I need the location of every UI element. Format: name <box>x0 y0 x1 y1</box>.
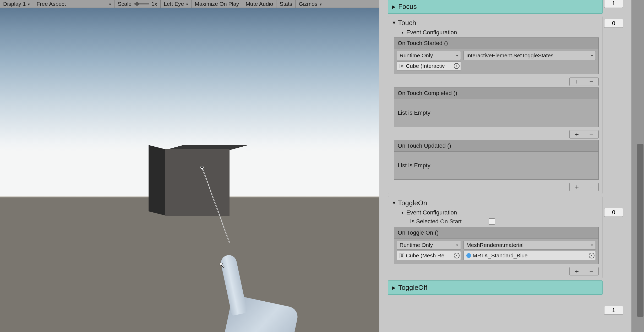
object-picker-icon[interactable] <box>589 253 594 258</box>
add-listener-button[interactable]: + <box>570 183 584 191</box>
section-toggle-off: ▶ ToggleOff <box>388 280 603 295</box>
toggle-on-event-config-label: Event Configuration <box>406 209 457 216</box>
function-label: MeshRenderer.material <box>466 242 523 248</box>
object-picker-icon[interactable] <box>454 253 460 258</box>
event-row: # Cube (Interactiv <box>397 62 596 70</box>
cursor-icon: ↖ <box>219 261 225 269</box>
foldout-touch-event-config[interactable]: ▼ Event Configuration <box>401 29 599 36</box>
add-remove-buttons: + − <box>569 183 599 191</box>
script-icon: # <box>400 64 404 68</box>
game-viewport[interactable]: ↖ <box>0 8 379 332</box>
touch-event-config-label: Event Configuration <box>406 29 457 36</box>
function-label: InteractiveElement.SetToggleStates <box>466 52 554 59</box>
runtime-mode-dropdown[interactable]: Runtime Only <box>397 241 461 250</box>
event-header: On Touch Updated () <box>394 140 598 152</box>
material-icon <box>466 253 471 258</box>
foldout-toggle-on-event-config[interactable]: ▼ Event Configuration <box>401 209 599 216</box>
add-listener-button[interactable]: + <box>570 267 584 275</box>
game-view-panel: Display 1 Free Aspect Scale 1x Left Eye … <box>0 0 379 332</box>
event-on-touch-completed: On Touch Completed () List is Empty <box>394 87 599 127</box>
material-ref-field[interactable]: MRTK_Standard_Blue <box>463 251 596 260</box>
event-footer: + − <box>394 265 599 275</box>
function-dropdown[interactable]: MeshRenderer.material <box>463 241 596 250</box>
object-ref-label: Cube (Mesh Re <box>406 252 444 259</box>
runtime-mode-label: Runtime Only <box>400 52 433 59</box>
expand-right-icon: ▶ <box>392 285 397 291</box>
runtime-mode-label: Runtime Only <box>400 242 433 248</box>
is-selected-label: Is Selected On Start <box>410 218 489 225</box>
add-remove-buttons: + − <box>569 78 599 86</box>
remove-listener-button: − <box>584 130 598 138</box>
function-dropdown[interactable]: InteractiveElement.SetToggleStates <box>463 51 596 60</box>
maximize-toggle[interactable]: Maximize On Play <box>192 0 242 8</box>
object-ref-field[interactable]: ⊞ Cube (Mesh Re <box>397 251 461 260</box>
add-remove-buttons: + − <box>569 267 599 275</box>
inspector-content: ▶ Focus 1 ▼ Touch ▼ Event Configuration … <box>379 0 631 332</box>
gizmos-label: Gizmos <box>299 1 317 7</box>
expand-down-icon: ▼ <box>392 200 396 206</box>
event-footer: + − <box>394 76 599 86</box>
expand-right-icon: ▶ <box>392 4 397 10</box>
cube-left-face <box>149 145 165 215</box>
section-focus: ▶ Focus <box>388 0 603 14</box>
scale-control[interactable]: Scale 1x <box>114 0 161 8</box>
foldout-focus[interactable]: ▶ Focus <box>392 3 598 11</box>
material-ref-label: MRTK_Standard_Blue <box>473 252 528 259</box>
mute-toggle[interactable]: Mute Audio <box>242 0 276 8</box>
inspector-scrollbar-track[interactable] <box>637 0 644 332</box>
display-dropdown[interactable]: Display 1 <box>0 0 33 8</box>
focus-count-field[interactable]: 1 <box>604 0 623 8</box>
remove-listener-button: − <box>584 183 598 191</box>
remove-listener-button[interactable]: − <box>584 78 598 86</box>
object-ref-label: Cube (Interactiv <box>406 63 445 69</box>
event-body: Runtime Only InteractiveElement.SetToggl… <box>394 49 598 74</box>
inspector-scrollbar-thumb[interactable] <box>637 144 643 317</box>
runtime-mode-dropdown[interactable]: Runtime Only <box>397 51 461 60</box>
event-body: Runtime Only MeshRenderer.material ⊞ Cub… <box>394 239 598 264</box>
scale-slider[interactable] <box>134 3 149 4</box>
expand-down-icon: ▼ <box>401 30 405 35</box>
focus-label: Focus <box>398 3 417 11</box>
chevron-down-icon <box>320 1 322 7</box>
event-row: Runtime Only InteractiveElement.SetToggl… <box>397 51 596 60</box>
toggle-on-count-field[interactable]: 0 <box>604 208 623 217</box>
add-remove-buttons: + − <box>569 130 599 139</box>
eye-label: Left Eye <box>164 1 184 7</box>
aspect-label: Free Aspect <box>36 1 66 7</box>
stats-toggle[interactable]: Stats <box>276 0 296 8</box>
foldout-toggle-on[interactable]: ▼ ToggleOn <box>392 199 599 207</box>
aspect-dropdown[interactable]: Free Aspect <box>33 0 114 8</box>
scale-label: Scale <box>118 1 132 7</box>
object-ref-field[interactable]: # Cube (Interactiv <box>397 62 461 70</box>
remove-listener-button[interactable]: − <box>584 267 598 275</box>
scale-value: 1x <box>151 1 157 7</box>
ray-reticle-icon <box>200 166 204 169</box>
event-on-touch-started: On Touch Started () Runtime Only Interac… <box>394 37 599 74</box>
event-on-touch-updated: On Touch Updated () List is Empty <box>394 140 599 180</box>
event-header: On Touch Started () <box>394 38 598 49</box>
expand-down-icon: ▼ <box>392 20 396 26</box>
toggle-off-label: ToggleOff <box>398 284 427 292</box>
eye-dropdown[interactable]: Left Eye <box>161 0 192 8</box>
toggle-off-count-field[interactable]: 1 <box>604 306 623 315</box>
foldout-toggle-off[interactable]: ▶ ToggleOff <box>392 284 598 292</box>
add-listener-button[interactable]: + <box>570 130 584 138</box>
foldout-touch[interactable]: ▼ Touch <box>392 19 599 27</box>
game-toolbar: Display 1 Free Aspect Scale 1x Left Eye … <box>0 0 379 8</box>
inspector-panel: ▶ Focus 1 ▼ Touch ▼ Event Configuration … <box>379 0 644 332</box>
chevron-down-icon <box>28 1 30 7</box>
event-footer: + − <box>394 129 599 139</box>
chevron-down-icon <box>109 1 111 7</box>
is-selected-checkbox[interactable] <box>489 218 495 225</box>
touch-count-field[interactable]: 0 <box>604 19 623 28</box>
add-listener-button[interactable]: + <box>570 78 584 86</box>
toggle-on-events: On Toggle On () Runtime Only MeshRendere… <box>394 227 599 275</box>
ground <box>0 197 379 332</box>
section-toggle-on: ▼ ToggleOn ▼ Event Configuration Is Sele… <box>388 196 603 278</box>
empty-list-label: List is Empty <box>394 152 598 179</box>
object-picker-icon[interactable] <box>454 63 460 69</box>
cube-object <box>149 145 230 216</box>
gizmos-dropdown[interactable]: Gizmos <box>296 0 325 8</box>
event-row: ⊞ Cube (Mesh Re MRTK_Standard_Blue <box>397 251 596 260</box>
chevron-down-icon <box>186 1 188 7</box>
